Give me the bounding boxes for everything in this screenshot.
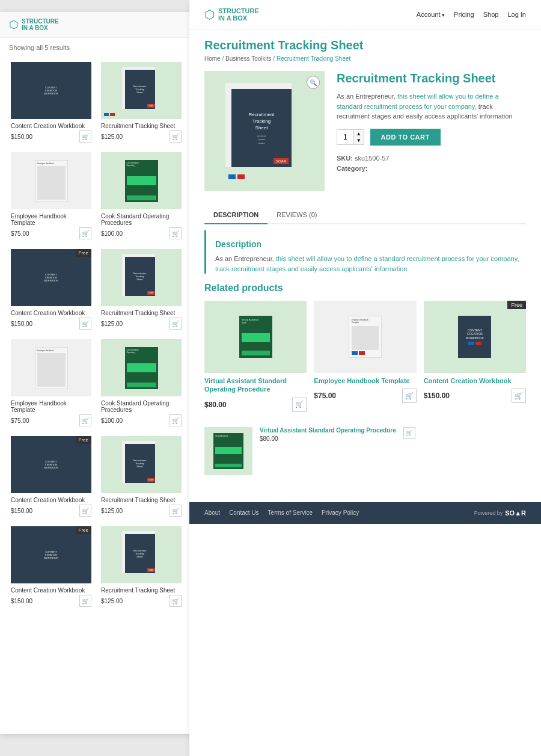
product-description: As an Entrepreneur, this sheet will allo…: [337, 91, 526, 121]
product-image: Free CONTENTCREATIONWORKBOOK: [11, 249, 91, 306]
product-name: Content Creation Workbook: [11, 123, 91, 129]
related-product-name: Virtual Assistant Standard Operating Pro…: [204, 376, 307, 394]
add-to-cart-button[interactable]: 🛒: [512, 389, 526, 403]
product-image: RecruitmentTrackingSheet SOAR: [101, 62, 182, 119]
pricing-nav-link[interactable]: Pricing: [454, 11, 474, 18]
add-to-cart-button[interactable]: 🛒: [170, 318, 182, 330]
add-to-cart-button[interactable]: 🛒: [79, 131, 91, 143]
product-name: Cook Standard Operating Procedures: [101, 213, 182, 226]
list-item: Free CONTENTCREATIONWORKBOOK Content Cre…: [424, 301, 526, 412]
add-to-cart-button[interactable]: 🛒: [79, 595, 91, 607]
quantity-up-button[interactable]: ▲: [354, 131, 364, 137]
tab-content-text: As an Entrepreneur, this sheet will allo…: [215, 254, 526, 274]
tab-description[interactable]: DESCRIPTION: [204, 206, 267, 224]
product-price: $125.00: [101, 134, 123, 140]
product-image: RecruitmentTrackingSheet SOAR: [101, 436, 182, 493]
list-item: RecruitmentTrackingSheet SOAR Recruitmen…: [96, 57, 186, 147]
soar-brand-logo: SO▲R: [505, 509, 526, 517]
products-grid: CONTENTCREATIONWORKBOOK Content Creation…: [0, 57, 192, 612]
product-price: $100.00: [101, 230, 123, 237]
bottom-product-price: $80.00: [260, 435, 396, 442]
product-image: Employee Handbook: [11, 339, 91, 396]
list-item: Cook StandardOperating Cook Standard Ope…: [96, 147, 186, 244]
list-item: Virtual Assistant Virtual Assistant Stan…: [204, 427, 526, 481]
quantity-arrows: ▲ ▼: [354, 131, 364, 144]
product-image: Employee Handbook: [11, 152, 91, 209]
related-price-row: $150.00 🛒: [424, 389, 526, 403]
add-to-cart-button[interactable]: 🛒: [79, 505, 91, 517]
product-image: Free CONTENTCREATIONWORKBOOK: [11, 526, 91, 583]
free-badge: Free: [76, 436, 91, 444]
bottom-products-section: Virtual Assistant Virtual Assistant Stan…: [189, 421, 541, 490]
add-to-cart-button[interactable]: 🛒: [170, 595, 182, 607]
product-name: Recruitment Tracking Sheet: [101, 497, 182, 503]
shop-nav-link[interactable]: Shop: [483, 11, 499, 18]
right-logo: ⬡ STRUCTUREIN A BOX: [204, 7, 259, 22]
add-to-cart-button[interactable]: ADD TO CART: [370, 129, 441, 146]
breadcrumb-business-toolkits[interactable]: Business Toolkits: [225, 55, 272, 62]
add-to-cart-button[interactable]: 🛒: [292, 398, 307, 412]
product-image: CONTENTCREATIONWORKBOOK: [11, 62, 91, 119]
product-image: Cook StandardOperating: [101, 152, 182, 209]
add-to-cart-button[interactable]: 🛒: [170, 227, 182, 239]
breadcrumb-home[interactable]: Home: [204, 55, 221, 62]
right-footer: About Contact Us Terms of Service Privac…: [189, 502, 541, 524]
related-products-title: Related products: [204, 283, 526, 293]
account-nav-link[interactable]: Account: [417, 11, 445, 18]
product-price: $150.00: [11, 321, 32, 327]
product-name: Content Creation Workbook: [11, 587, 91, 594]
related-product-image: Employee HandbookTemplate: [314, 301, 416, 373]
related-product-image: Free CONTENTCREATIONWORKBOOK: [424, 301, 526, 373]
tabs-section: DESCRIPTION REVIEWS (0) Description As a…: [189, 206, 541, 274]
footer-contact-link[interactable]: Contact Us: [229, 509, 258, 516]
product-price: $150.00: [11, 598, 32, 604]
add-to-cart-button[interactable]: 🛒: [403, 427, 415, 439]
footer-about-link[interactable]: About: [204, 509, 220, 516]
quantity-value: 1: [337, 130, 354, 144]
related-product-price: $75.00: [314, 392, 336, 400]
free-badge: Free: [507, 301, 526, 309]
login-nav-link[interactable]: Log In: [507, 11, 526, 18]
product-main-image: 🔍 RecruitmentTrackingSheet •••••••••••••…: [204, 71, 325, 191]
product-name: Employee Handbook Template: [11, 400, 91, 413]
list-item: Employee Handbook Employee Handbook Temp…: [6, 334, 96, 431]
related-product-price: $80.00: [204, 401, 227, 409]
zoom-icon[interactable]: 🔍: [307, 76, 320, 89]
add-to-cart-button[interactable]: 🛒: [170, 414, 182, 426]
footer-privacy-link[interactable]: Privacy Policy: [322, 509, 359, 516]
product-price: $75.00: [11, 230, 29, 237]
category-row: Category:: [337, 165, 526, 172]
list-item: Free CONTENTCREATIONWORKBOOK Content Cre…: [6, 244, 96, 334]
list-item: Cook StandardOperating Cook Standard Ope…: [96, 334, 186, 431]
tab-reviews[interactable]: REVIEWS (0): [267, 206, 326, 224]
bottom-product-name: Virtual Assistant Standard Operating Pro…: [260, 427, 396, 434]
tab-content-title: Description: [215, 239, 526, 249]
right-panel: ⬡ STRUCTUREIN A BOX Account Pricing Shop…: [189, 0, 541, 756]
related-product-name: Content Creation Workbook: [424, 376, 526, 385]
quantity-down-button[interactable]: ▼: [354, 137, 364, 144]
footer-terms-link[interactable]: Terms of Service: [268, 509, 313, 516]
list-item: RecruitmentTrackingSheet SOAR Recruitmen…: [96, 521, 186, 612]
page-title: Recruitment Tracking Sheet: [204, 38, 526, 52]
tab-content-description: Description As an Entrepreneur, this she…: [204, 230, 526, 274]
add-to-cart-button[interactable]: 🛒: [170, 505, 182, 517]
desc-link[interactable]: this sheet will allow you to define a st…: [337, 93, 499, 110]
list-item: RecruitmentTrackingSheet SOAR Recruitmen…: [96, 431, 186, 521]
related-price-row: $80.00 🛒: [204, 398, 307, 412]
product-name: Recruitment Tracking Sheet: [101, 310, 182, 316]
tab-desc-link[interactable]: this sheet will allow you to define a st…: [215, 255, 519, 272]
list-item: CONTENTCREATIONWORKBOOK Content Creation…: [6, 57, 96, 147]
product-name: Recruitment Tracking Sheet: [101, 587, 182, 594]
add-to-cart-button[interactable]: 🛒: [170, 131, 182, 143]
powered-by-label: Powered by: [474, 510, 503, 516]
bottom-product-info: Virtual Assistant Standard Operating Pro…: [260, 427, 396, 442]
product-price: $75.00: [11, 417, 29, 424]
right-nav: Account Pricing Shop Log In: [417, 11, 526, 18]
add-to-cart-button[interactable]: 🛒: [79, 227, 91, 239]
add-to-cart-button[interactable]: 🛒: [79, 414, 91, 426]
quantity-input[interactable]: 1 ▲ ▼: [337, 129, 364, 145]
left-logo-text: STRUCTUREIN A BOX: [22, 18, 59, 31]
right-logo-text: STRUCTUREIN A BOX: [218, 7, 259, 22]
add-to-cart-button[interactable]: 🛒: [79, 318, 91, 330]
add-to-cart-button[interactable]: 🛒: [402, 389, 417, 403]
